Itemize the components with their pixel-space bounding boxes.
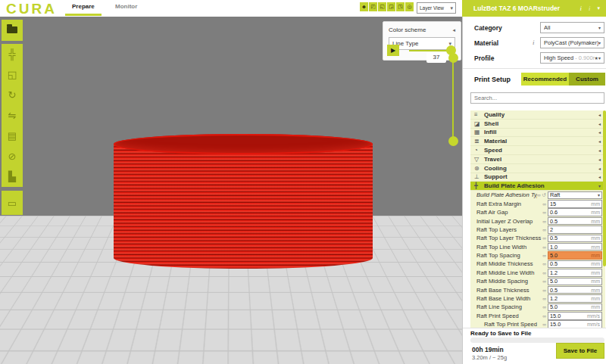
layer-slider-track[interactable]	[452, 58, 454, 141]
category-name: Infill	[484, 129, 598, 135]
setting-value-field[interactable]: 1.2mm	[548, 269, 602, 277]
rotate-icon: ↻	[8, 89, 17, 101]
link-icon[interactable]: ∞	[542, 244, 546, 250]
tab-monitor[interactable]: Monitor	[115, 3, 137, 10]
setting-value-field[interactable]: 5.0mm	[548, 251, 602, 260]
setting-dropdown[interactable]: Raft▾	[548, 191, 602, 200]
printer-info-icon-2[interactable]: i	[589, 5, 591, 12]
recommended-mode-button[interactable]: Recommended	[521, 73, 569, 86]
settings-category-travel[interactable]: ▽Travel◂	[470, 155, 605, 164]
layer-play-button[interactable]: ▶	[387, 45, 399, 56]
settings-category-build-plate-adhesion[interactable]: ╋Build Plate Adhesion▾	[470, 182, 605, 191]
setting-value-field[interactable]: 0.6mm	[548, 208, 602, 216]
view-mode-value: Layer View	[420, 5, 444, 11]
arrange-tool[interactable]: ▭	[2, 191, 23, 215]
settings-category-quality[interactable]: ≡Quality◂	[470, 110, 605, 120]
layer-steps-tool[interactable]: ▙	[2, 166, 23, 187]
link-icon[interactable]: ∞	[542, 322, 546, 327]
link-icon[interactable]: ∞	[542, 235, 546, 241]
setting-row-raft-top-layers: Raft Top Layers∞2	[470, 226, 605, 234]
link-icon[interactable]: ∞	[542, 261, 546, 266]
setting-value-field[interactable]: 1.2mm	[548, 294, 602, 303]
settings-category-material[interactable]: ≣Material◂	[470, 137, 605, 146]
setting-value: 0.5	[550, 235, 591, 241]
settings-category-shell[interactable]: ◪Shell◂	[470, 120, 605, 129]
setting-value-field[interactable]: 1.0mm	[548, 243, 602, 251]
material-info-icon[interactable]: i	[533, 39, 535, 46]
link-icon[interactable]: ∞	[542, 278, 546, 284]
setting-label: Raft Print Speed	[476, 313, 542, 319]
setting-value-field[interactable]: 0.5mm	[548, 235, 602, 243]
save-to-file-button[interactable]: Save to File	[556, 343, 604, 359]
view-top-button[interactable]: ◱	[378, 2, 386, 11]
setting-value-field[interactable]: 0.5mm	[548, 217, 602, 226]
settings-category-cooling[interactable]: ⊛Cooling◂	[470, 164, 605, 173]
material-dropdown[interactable]: PolyCast (Polymaker) ▾	[540, 37, 604, 48]
tab-prepare[interactable]: Prepare	[72, 3, 95, 10]
setting-value-field[interactable]: 5.0mm	[548, 303, 602, 312]
view-mode-dropdown[interactable]: Layer View ▾	[417, 2, 456, 14]
setting-unit: mm/s	[587, 322, 600, 327]
setting-value: Raft	[550, 191, 598, 198]
setting-unit: mm	[591, 278, 600, 284]
category-name: Speed	[484, 147, 598, 154]
setting-value-field[interactable]: 15.0mm/s	[548, 312, 602, 320]
model-dimensions: 65.0 x 65.0 x 30.0 mm	[378, 350, 458, 355]
link-icon[interactable]: ∞	[542, 210, 546, 215]
quality-icon: ≡	[474, 111, 484, 118]
link-icon[interactable]: ∞	[542, 288, 546, 293]
settings-category-infill[interactable]: ▦Infill◂	[470, 129, 605, 138]
link-icon[interactable]: ∞	[542, 313, 546, 319]
simulation-slider-track[interactable]	[409, 50, 451, 51]
collapse-panel-icon[interactable]: ◂	[452, 27, 455, 33]
link-icon[interactable]: ∞	[542, 270, 546, 275]
category-label: Category	[474, 24, 502, 32]
setting-label: Raft Middle Line Width	[476, 269, 542, 276]
view-right-button[interactable]: ◳	[396, 2, 405, 11]
category-dropdown[interactable]: All ▾	[540, 22, 604, 33]
open-file-button[interactable]	[2, 20, 23, 40]
view-3d-button[interactable]: ⬥	[360, 2, 368, 11]
link-icon[interactable]: ∞	[542, 296, 546, 301]
printer-info-icon[interactable]: i	[579, 5, 582, 12]
settings-search-input[interactable]	[470, 92, 604, 104]
adhesion-icon: ╋	[474, 182, 484, 189]
layer-slider-top-handle[interactable]	[448, 53, 458, 63]
move-tool[interactable]: ╬	[2, 44, 23, 64]
edit-model-icon[interactable]: ✎	[451, 340, 458, 347]
per-model-settings-tool[interactable]: ▤	[2, 126, 23, 146]
star-icon[interactable]: ★▾	[595, 55, 601, 61]
link-icon[interactable]: ∞	[542, 304, 546, 310]
move-icon: ╬	[8, 48, 15, 60]
view-front-button[interactable]: ◰	[369, 2, 377, 11]
support-blocker-tool[interactable]: ⊘	[2, 146, 23, 166]
profile-dropdown[interactable]: High Speed- 0.900mm ★▾	[540, 52, 604, 64]
model-cylinder[interactable]	[114, 134, 373, 269]
printer-header[interactable]: LulzBot TAZ 6 MOARstruder i i ▾	[462, 0, 606, 17]
view-camera-button[interactable]: ◎	[405, 2, 414, 11]
setting-value-field[interactable]: 5.0mm	[548, 278, 602, 286]
chevron-left-icon: ◂	[598, 121, 601, 126]
link-icon[interactable]: ∞	[542, 227, 546, 232]
settings-scrollbar[interactable]	[603, 110, 606, 266]
settings-category-support[interactable]: ⊥Support◂	[470, 173, 605, 182]
setting-value-field[interactable]: 2	[548, 226, 602, 234]
mirror-tool[interactable]: ⇋	[2, 105, 23, 126]
setting-value-field[interactable]: 0.5mm	[548, 286, 602, 294]
custom-mode-button[interactable]: Custom	[569, 73, 605, 86]
setting-value-field[interactable]: 0.5mm	[548, 260, 602, 269]
scale-tool[interactable]: ◱	[2, 64, 23, 85]
link-icon[interactable]: ∞	[542, 219, 546, 224]
viewport-3d[interactable]: ╬◱↻⇋▤⊘▙ ▭ Color scheme ◂ Line Type ▾ ▶ 3…	[0, 17, 462, 364]
link-icon[interactable]: ∞	[542, 253, 546, 258]
view-left-button[interactable]: ◲	[387, 2, 395, 11]
settings-category-speed[interactable]: ◔Speed◂	[470, 146, 605, 155]
category-name: Material	[484, 138, 598, 145]
layer-slider-bottom-handle[interactable]	[448, 136, 458, 146]
link-icon[interactable]: ∞	[542, 201, 546, 207]
revert-icon[interactable]: ↺	[542, 192, 546, 198]
rotate-tool[interactable]: ↻	[2, 85, 23, 105]
travel-icon: ▽	[474, 156, 484, 163]
setting-value-field[interactable]: 15mm	[548, 200, 602, 208]
link-icon[interactable]: ∞	[537, 192, 541, 198]
